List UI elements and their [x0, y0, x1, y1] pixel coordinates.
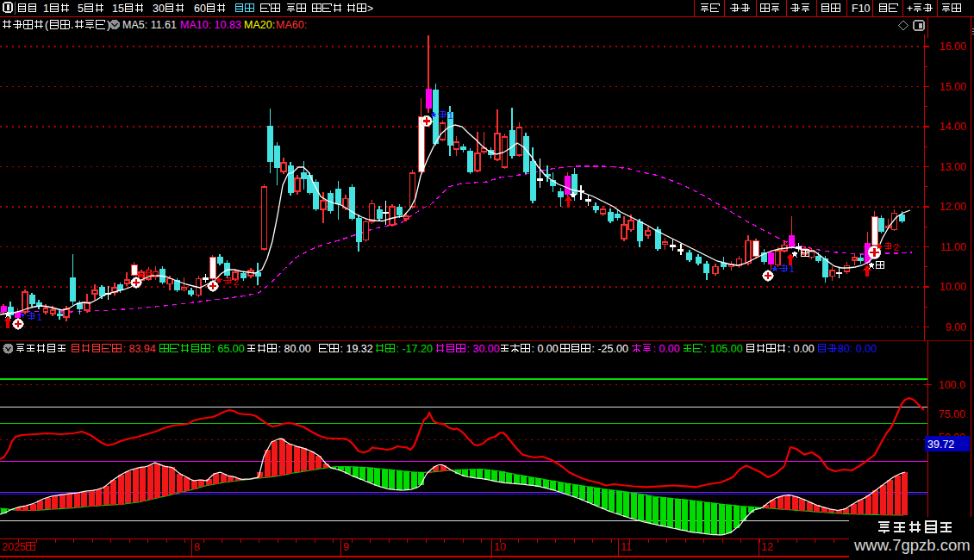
svg-text:12: 12	[761, 541, 773, 553]
svg-text:2025: 2025	[2, 541, 26, 553]
svg-text:11.00: 11.00	[940, 241, 966, 253]
svg-text:MA5: 11.61: MA5: 11.61	[122, 19, 177, 31]
svg-text:100.0: 100.0	[939, 379, 965, 391]
svg-text:www.7gpzb.com: www.7gpzb.com	[853, 536, 971, 554]
svg-text:75.00: 75.00	[939, 408, 965, 420]
svg-text:MA20:: MA20:	[244, 19, 275, 31]
svg-text:2: 2	[153, 269, 159, 279]
svg-text:: 0.00: : 0.00	[653, 343, 680, 355]
svg-text:: 65.00: : 65.00	[212, 343, 245, 355]
svg-text:1: 1	[37, 312, 42, 322]
svg-text:9: 9	[343, 541, 349, 553]
svg-text:14.00: 14.00	[940, 121, 966, 133]
svg-text:60: 60	[194, 3, 206, 15]
svg-text:: -17.20: : -17.20	[396, 343, 433, 355]
svg-text:MA60:: MA60:	[276, 19, 307, 31]
svg-text:: 19.32: : 19.32	[340, 343, 373, 355]
svg-text:MA10: 10.83: MA10: 10.83	[180, 19, 241, 31]
svg-text:12.00: 12.00	[940, 201, 966, 213]
svg-text:80: 0.00: 80: 0.00	[838, 343, 877, 355]
svg-text:+: +	[907, 3, 913, 15]
svg-text:.: .	[71, 19, 73, 31]
svg-text:: 83.94: : 83.94	[123, 343, 156, 355]
svg-text:1: 1	[43, 3, 49, 15]
svg-text:>: >	[367, 3, 373, 15]
svg-text:13.00: 13.00	[940, 161, 966, 173]
svg-text:F10: F10	[852, 3, 871, 15]
svg-text:10: 10	[494, 541, 506, 553]
svg-text:1: 1	[448, 110, 453, 121]
svg-text:8: 8	[194, 541, 200, 553]
svg-text:: 80.00: : 80.00	[278, 343, 311, 355]
svg-text:: 105.00: : 105.00	[704, 343, 743, 355]
svg-text:: 0.00: : 0.00	[532, 343, 559, 355]
svg-text:9.00: 9.00	[946, 321, 966, 333]
svg-text:15.00: 15.00	[940, 81, 966, 93]
svg-text:: -25.00: : -25.00	[592, 343, 628, 355]
svg-text:11: 11	[621, 541, 632, 553]
svg-text:15: 15	[112, 3, 124, 15]
svg-text:16.00: 16.00	[940, 40, 966, 53]
svg-text:10.00: 10.00	[940, 281, 966, 293]
svg-text:30: 30	[153, 3, 165, 15]
svg-text:1: 1	[790, 264, 795, 274]
svg-text:2: 2	[894, 242, 899, 252]
svg-text:: 0.00: : 0.00	[788, 343, 815, 355]
svg-text:2: 2	[234, 277, 239, 287]
svg-text:: 30.00: : 30.00	[467, 343, 500, 355]
svg-text:39.72: 39.72	[927, 439, 954, 451]
svg-text:5: 5	[78, 3, 84, 15]
